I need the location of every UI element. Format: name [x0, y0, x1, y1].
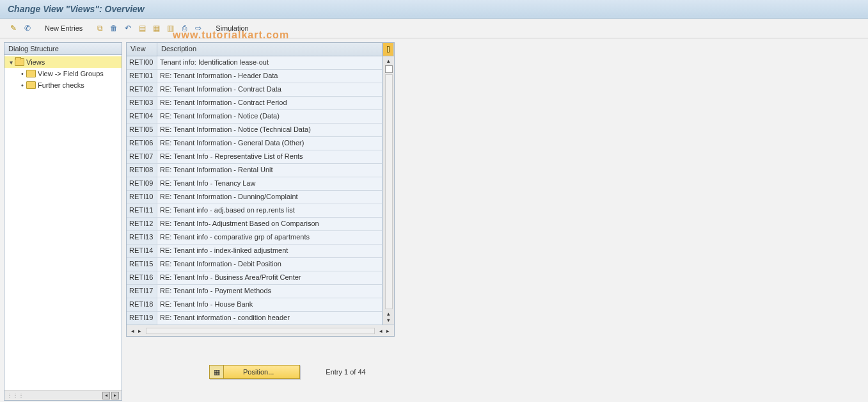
cell-view[interactable]: RETI08: [127, 164, 157, 177]
cell-view[interactable]: RETI03: [127, 97, 157, 109]
simulation-button[interactable]: Simulation: [213, 23, 251, 33]
scroll-track-h[interactable]: [146, 328, 375, 334]
tree-node-field-groups[interactable]: • View -> Field Groups: [4, 68, 122, 79]
scroll-left-icon[interactable]: ◂: [102, 392, 110, 399]
position-label: Position...: [224, 368, 299, 376]
scroll-up-icon[interactable]: ▴: [387, 58, 390, 64]
scroll-right2-icon[interactable]: ▸: [384, 328, 391, 334]
cell-view[interactable]: RETI06: [127, 137, 157, 150]
table-row[interactable]: RETI12RE: Tenant Info- Adjustment Based …: [127, 218, 383, 231]
table-row[interactable]: RETI11RE: Tenant info - adj.based on rep…: [127, 204, 383, 218]
cell-view[interactable]: RETI12: [127, 218, 157, 230]
table-row[interactable]: RETI18RE: Tenant Info - House Bank: [127, 298, 383, 312]
cell-view[interactable]: RETI01: [127, 70, 157, 83]
scroll-left2-icon[interactable]: ▸: [136, 328, 143, 334]
cell-view[interactable]: RETI11: [127, 204, 157, 217]
tree-node-views[interactable]: ▾ Views: [4, 56, 122, 68]
cell-description[interactable]: RE: Tenant Info - Tenancy Law: [157, 177, 383, 190]
table-row[interactable]: RETI14RE: Tenant info - index-linked adj…: [127, 245, 383, 258]
cell-description[interactable]: RE: Tenant Information - Notice (Technic…: [157, 124, 383, 136]
new-entries-button[interactable]: New Entries: [42, 23, 85, 33]
resize-handle-icon[interactable]: ⋮⋮⋮: [7, 392, 24, 398]
table-row[interactable]: RETI05RE: Tenant Information - Notice (T…: [127, 124, 383, 137]
deselect-all-icon[interactable]: ▥: [164, 22, 176, 34]
cell-view[interactable]: RETI00: [127, 56, 157, 69]
table-row[interactable]: RETI06RE: Tenant Information - General D…: [127, 137, 383, 150]
cell-view[interactable]: RETI10: [127, 191, 157, 204]
table-config-icon[interactable]: [383, 43, 394, 56]
cell-view[interactable]: RETI09: [127, 177, 157, 190]
cell-description[interactable]: Tenant info: Identification lease-out: [157, 56, 383, 69]
vertical-scrollbar[interactable]: ▴ ▴ ▾: [383, 56, 394, 325]
cell-description[interactable]: RE: Tenant Information - Contract Period: [157, 97, 383, 109]
scroll-left-icon[interactable]: ◂: [129, 328, 136, 334]
scroll-down-icon[interactable]: ▾: [387, 317, 390, 323]
table-row[interactable]: RETI03RE: Tenant Information - Contract …: [127, 97, 383, 110]
scroll-right-icon[interactable]: ◂: [377, 328, 384, 334]
scroll-marker[interactable]: [385, 65, 393, 73]
horizontal-scrollbar[interactable]: ◂ ▸ ◂ ▸: [127, 325, 394, 336]
cell-description[interactable]: RE: Tenant info - comparative grp of apa…: [157, 231, 383, 244]
cell-view[interactable]: RETI16: [127, 271, 157, 284]
cell-description[interactable]: RE: Tenant Information - Dunning/Complai…: [157, 191, 383, 204]
expand-icon[interactable]: ⇨: [193, 22, 204, 34]
cell-view[interactable]: RETI19: [127, 312, 157, 325]
table-row[interactable]: RETI10RE: Tenant Information - Dunning/C…: [127, 191, 383, 204]
position-icon: ▦: [210, 366, 224, 378]
table-row[interactable]: RETI19RE: Tenant information - condition…: [127, 312, 383, 325]
table-row[interactable]: RETI13RE: Tenant info - comparative grp …: [127, 231, 383, 245]
toggle-display-icon[interactable]: ✎: [8, 22, 19, 34]
cell-view[interactable]: RETI14: [127, 245, 157, 257]
tree-node-further-checks[interactable]: • Further checks: [4, 79, 122, 91]
tree-horizontal-scrollbar[interactable]: ⋮⋮⋮ ◂ ▸: [4, 390, 122, 400]
table-row[interactable]: RETI07RE: Tenant Info - Representative L…: [127, 150, 383, 164]
cell-view[interactable]: RETI02: [127, 83, 157, 96]
cell-view[interactable]: RETI04: [127, 110, 157, 123]
select-block-icon[interactable]: ▦: [150, 22, 162, 34]
table-body: RETI00Tenant info: Identification lease-…: [127, 56, 383, 325]
delete-icon[interactable]: 🗑: [108, 22, 120, 34]
cell-description[interactable]: RE: Tenant Information - Debit Position: [157, 258, 383, 271]
position-button[interactable]: ▦ Position...: [209, 365, 300, 379]
cell-description[interactable]: RE: Tenant Information - Header Data: [157, 70, 383, 83]
bullet-icon: •: [19, 70, 26, 77]
column-header-view[interactable]: View: [127, 43, 157, 56]
cell-description[interactable]: RE: Tenant Information - General Data (O…: [157, 137, 383, 150]
find-icon[interactable]: ✆: [22, 22, 33, 34]
copy-icon[interactable]: ⧉: [94, 22, 106, 34]
table-row[interactable]: RETI00Tenant info: Identification lease-…: [127, 56, 383, 70]
cell-view[interactable]: RETI17: [127, 285, 157, 298]
cell-description[interactable]: RE: Tenant info - index-linked adjustmen…: [157, 245, 383, 257]
select-all-icon[interactable]: ▤: [136, 22, 148, 34]
cell-view[interactable]: RETI05: [127, 124, 157, 136]
collapse-icon[interactable]: ▾: [7, 59, 15, 66]
cell-description[interactable]: RE: Tenant Info - Payment Methods: [157, 285, 383, 298]
cell-description[interactable]: RE: Tenant Information - Rental Unit: [157, 164, 383, 177]
table-row[interactable]: RETI01RE: Tenant Information - Header Da…: [127, 70, 383, 83]
cell-view[interactable]: RETI15: [127, 258, 157, 271]
cell-view[interactable]: RETI18: [127, 298, 157, 311]
table-row[interactable]: RETI08RE: Tenant Information - Rental Un…: [127, 164, 383, 177]
table-row[interactable]: RETI04RE: Tenant Information - Notice (D…: [127, 110, 383, 124]
table-row[interactable]: RETI16RE: Tenant Info - Business Area/Pr…: [127, 271, 383, 285]
scroll-track[interactable]: [385, 74, 393, 309]
cell-view[interactable]: RETI07: [127, 150, 157, 163]
cell-description[interactable]: RE: Tenant Info - Representative List of…: [157, 150, 383, 163]
cell-description[interactable]: RE: Tenant Info- Adjustment Based on Com…: [157, 218, 383, 230]
column-header-description[interactable]: Description: [157, 43, 383, 56]
cell-description[interactable]: RE: Tenant information - condition heade…: [157, 312, 383, 325]
print-icon[interactable]: ⎙: [178, 22, 190, 34]
cell-description[interactable]: RE: Tenant Information - Notice (Data): [157, 110, 383, 123]
cell-view[interactable]: RETI13: [127, 231, 157, 244]
table-row[interactable]: RETI02RE: Tenant Information - Contract …: [127, 83, 383, 97]
table-row[interactable]: RETI15RE: Tenant Information - Debit Pos…: [127, 258, 383, 271]
table-row[interactable]: RETI17RE: Tenant Info - Payment Methods: [127, 285, 383, 298]
cell-description[interactable]: RE: Tenant info - adj.based on rep.rents…: [157, 204, 383, 217]
scroll-up2-icon[interactable]: ▴: [387, 310, 390, 317]
cell-description[interactable]: RE: Tenant Information - Contract Data: [157, 83, 383, 96]
cell-description[interactable]: RE: Tenant Info - House Bank: [157, 298, 383, 311]
table-row[interactable]: RETI09RE: Tenant Info - Tenancy Law: [127, 177, 383, 191]
scroll-right-icon[interactable]: ▸: [111, 392, 119, 399]
undo-icon[interactable]: ↶: [122, 22, 134, 34]
cell-description[interactable]: RE: Tenant Info - Business Area/Profit C…: [157, 271, 383, 284]
